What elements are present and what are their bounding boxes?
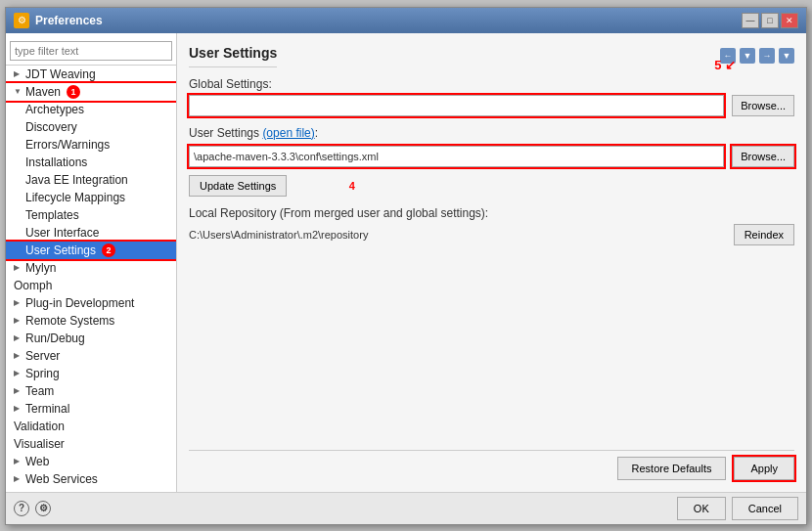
sidebar-item-label: Terminal	[25, 402, 69, 416]
sidebar-item-label: Mylyn	[25, 261, 56, 275]
action-row: Restore Defaults Apply	[189, 450, 794, 480]
content-area: ▶ JDT Weaving ▼ Maven 1 Archetypes Disco…	[6, 33, 806, 492]
sidebar-item-validation[interactable]: Validation	[6, 418, 176, 435]
sidebar-item-remote-systems[interactable]: ▶ Remote Systems	[6, 312, 176, 330]
expand-arrow: ▶	[14, 404, 23, 413]
settings-icon[interactable]: ⚙	[35, 501, 51, 516]
sidebar-item-label: Visualiser	[14, 437, 65, 451]
global-settings-input-row: Browse...	[189, 95, 794, 116]
sidebar-item-archetypes[interactable]: Archetypes	[6, 101, 176, 118]
global-settings-label: Global Settings:	[189, 77, 272, 91]
sidebar-item-spring[interactable]: ▶ Spring	[6, 365, 176, 382]
ok-button[interactable]: OK	[677, 497, 726, 520]
sidebar-item-templates[interactable]: Templates	[6, 206, 176, 224]
sidebar-item-label: Maven	[25, 85, 61, 99]
sidebar-item-label: Remote Systems	[25, 314, 114, 328]
expand-arrow: ▼	[14, 87, 23, 96]
cancel-button[interactable]: Cancel	[732, 497, 798, 520]
update-settings-button[interactable]: Update Settings	[189, 175, 287, 197]
expand-arrow: ▶	[14, 69, 23, 78]
sidebar-item-label: Team	[25, 384, 54, 398]
sidebar-item-plugin-dev[interactable]: ▶ Plug-in Development	[6, 294, 176, 312]
close-button[interactable]: ✕	[781, 13, 798, 28]
sidebar-item-user-settings[interactable]: User Settings 2	[6, 242, 176, 259]
spacer	[189, 255, 794, 440]
sidebar-item-maven[interactable]: ▼ Maven 1	[6, 83, 176, 101]
expand-arrow: ▶	[14, 351, 23, 360]
sidebar-item-web[interactable]: ▶ Web	[6, 453, 176, 470]
expand-arrow: ▶	[14, 298, 23, 307]
sidebar-item-installations[interactable]: Installations	[6, 154, 176, 171]
title-bar: ⚙ Preferences — □ ✕	[6, 8, 806, 33]
preferences-window: ⚙ Preferences — □ ✕ ▶ JDT Weaving ▼ Mave…	[5, 7, 807, 525]
back-icon[interactable]: ←	[720, 48, 736, 64]
sidebar-item-label: Server	[25, 349, 60, 363]
expand-arrow: ▶	[14, 333, 23, 342]
expand-arrow: ▶	[14, 369, 23, 377]
title-bar-buttons: — □ ✕	[742, 13, 798, 28]
maximize-button[interactable]: □	[761, 13, 779, 28]
title-bar-left: ⚙ Preferences	[14, 13, 103, 28]
open-file-link[interactable]: (open file)	[262, 126, 314, 140]
annotation-badge-1: 1	[67, 85, 80, 99]
filter-input[interactable]	[10, 41, 172, 61]
sidebar: ▶ JDT Weaving ▼ Maven 1 Archetypes Disco…	[6, 33, 177, 492]
sidebar-item-label: Templates	[25, 208, 79, 222]
sidebar-item-label: Spring	[25, 367, 60, 380]
sidebar-item-oomph[interactable]: Oomph	[6, 277, 176, 294]
expand-arrow: ▶	[14, 457, 23, 465]
forward-icon[interactable]: →	[759, 48, 775, 64]
local-repo-section: Local Repository (From merged user and g…	[189, 206, 794, 245]
menu-icon[interactable]: ▼	[779, 48, 794, 64]
user-settings-section: User Settings (open file): Browse... Upd…	[189, 126, 794, 197]
sidebar-item-label: Installations	[25, 155, 87, 169]
sidebar-item-visualiser[interactable]: Visualiser	[6, 435, 176, 453]
sidebar-item-team[interactable]: ▶ Team	[6, 382, 176, 400]
sidebar-item-java-ee[interactable]: Java EE Integration	[6, 171, 176, 189]
sidebar-item-label: User Interface	[25, 226, 99, 240]
user-settings-label-row: User Settings (open file):	[189, 126, 794, 140]
panel-header: User Settings ← ▼ → ▼	[189, 45, 794, 67]
global-settings-row: Global Settings: 5 ↙ Browse...	[189, 77, 794, 116]
sidebar-item-label: JDT Weaving	[25, 67, 96, 81]
sidebar-item-label: Run/Debug	[25, 332, 85, 345]
sidebar-item-web-services[interactable]: ▶ Web Services	[6, 470, 176, 488]
user-settings-browse-button[interactable]: Browse...	[732, 146, 794, 167]
sidebar-item-terminal[interactable]: ▶ Terminal	[6, 400, 176, 418]
sidebar-item-errors-warnings[interactable]: Errors/Warnings	[6, 136, 176, 154]
restore-defaults-button[interactable]: Restore Defaults	[617, 457, 727, 480]
sidebar-item-label: Plug-in Development	[25, 296, 134, 310]
global-settings-browse-button[interactable]: Browse...	[732, 95, 794, 116]
local-repo-path-row: C:\Users\Administrator\.m2\repository Re…	[189, 224, 794, 245]
sidebar-item-jdt-weaving[interactable]: ▶ JDT Weaving	[6, 66, 176, 83]
panel-title: User Settings	[189, 45, 277, 67]
sidebar-item-mylyn[interactable]: ▶ Mylyn	[6, 259, 176, 277]
expand-arrow: ▶	[14, 263, 23, 272]
local-repo-label: Local Repository (From merged user and g…	[189, 206, 794, 220]
top-right-icons: ← ▼ → ▼	[720, 48, 794, 64]
annotation-4: 4	[349, 180, 355, 192]
sidebar-item-lifecycle[interactable]: Lifecycle Mappings	[6, 189, 176, 206]
reindex-button[interactable]: Reindex	[734, 224, 794, 245]
sidebar-item-server[interactable]: ▶ Server	[6, 347, 176, 365]
update-settings-row: Update Settings 4	[189, 173, 794, 197]
apply-button[interactable]: Apply	[734, 457, 794, 480]
user-settings-input[interactable]	[189, 146, 724, 167]
global-settings-input[interactable]	[189, 95, 724, 116]
expand-arrow: ▶	[14, 386, 23, 395]
user-settings-input-row: Browse...	[189, 146, 794, 167]
sidebar-item-label: Java EE Integration	[25, 173, 128, 187]
annotation-badge-2: 2	[102, 243, 115, 257]
help-icon[interactable]: ?	[14, 501, 29, 516]
filter-box	[6, 37, 176, 66]
minimize-button[interactable]: —	[742, 13, 759, 28]
sidebar-item-user-interface[interactable]: User Interface	[6, 224, 176, 242]
down-icon[interactable]: ▼	[740, 48, 755, 64]
sidebar-item-label: Archetypes	[25, 103, 84, 116]
user-settings-label: User Settings (open file):	[189, 126, 318, 140]
sidebar-item-label: Validation	[14, 420, 65, 433]
local-repo-path: C:\Users\Administrator\.m2\repository	[189, 227, 726, 243]
sidebar-item-run-debug[interactable]: ▶ Run/Debug	[6, 330, 176, 347]
sidebar-item-label: Errors/Warnings	[25, 138, 110, 152]
sidebar-item-discovery[interactable]: Discovery	[6, 118, 176, 136]
